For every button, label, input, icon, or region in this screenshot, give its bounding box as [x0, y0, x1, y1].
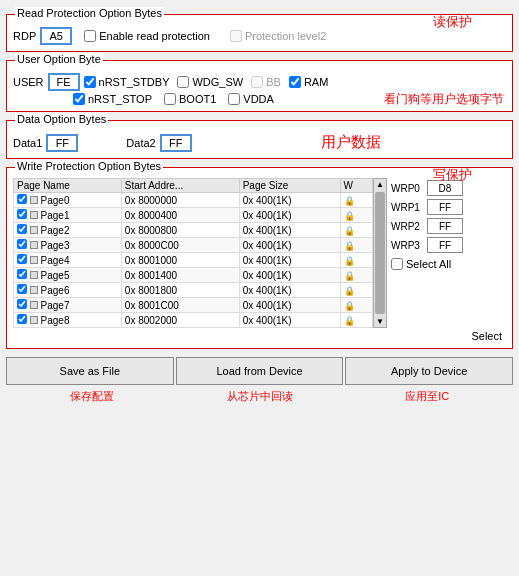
vdda-checkbox[interactable]	[228, 93, 240, 105]
bottom-annotations-container: 保存配置 从芯片中回读 应用至IC	[6, 389, 513, 404]
table-row: Page2 0x 8000800 0x 400(1K) 🔒	[14, 223, 373, 238]
wp-scrollbar[interactable]: ▲ ▼	[373, 178, 387, 328]
page-checkbox-1[interactable]	[17, 209, 27, 219]
lock-cell: 🔒	[340, 238, 372, 253]
page-checkbox-0[interactable]	[17, 194, 27, 204]
enable-read-protection-text: Enable read protection	[99, 30, 210, 42]
page-size-cell: 0x 400(1K)	[239, 298, 340, 313]
vdda-row: VDDA	[228, 93, 274, 105]
write-protection-table: Page Name Start Addre... Page Size W Pag…	[13, 178, 373, 328]
data-option-group: Data Option Bytes Data1 Data2 用户数据	[6, 120, 513, 159]
protection-level2-checkbox[interactable]	[230, 30, 242, 42]
page-size-cell: 0x 400(1K)	[239, 253, 340, 268]
data2-input[interactable]	[160, 134, 192, 152]
page-checkbox-5[interactable]	[17, 269, 27, 279]
lock-cell: 🔒	[340, 283, 372, 298]
lock-cell: 🔒	[340, 208, 372, 223]
start-addr-cell: 0x 8001C00	[121, 298, 239, 313]
wrp3-input[interactable]	[427, 237, 463, 253]
boot1-text: BOOT1	[179, 93, 216, 105]
select-all-row: Select All	[391, 258, 506, 270]
nrst-stdby-text: nRST_STDBY	[99, 76, 170, 88]
page-checkbox-8[interactable]	[17, 314, 27, 324]
save-as-file-button[interactable]: Save as File	[6, 357, 174, 385]
select-all-text: Select All	[406, 258, 451, 270]
page-name-cell: Page7	[14, 298, 122, 313]
wrp1-row: WRP1	[391, 199, 506, 215]
write-protection-group: Write Protection Option Bytes 写保护 Page N…	[6, 167, 513, 349]
data-option-annotation: 用户数据	[196, 133, 506, 152]
rdp-value-input[interactable]	[40, 27, 72, 45]
lock-cell: 🔒	[340, 253, 372, 268]
start-addr-cell: 0x 8000000	[121, 193, 239, 208]
page-checkbox-3[interactable]	[17, 239, 27, 249]
page-checkbox-2[interactable]	[17, 224, 27, 234]
page-checkbox-6[interactable]	[17, 284, 27, 294]
nrst-stdby-row: nRST_STDBY	[84, 76, 170, 88]
scrollbar-down-btn[interactable]: ▼	[375, 316, 385, 327]
page-size-cell: 0x 400(1K)	[239, 193, 340, 208]
select-label-row: Select	[13, 330, 506, 342]
read-protection-group: Read Protection Option Bytes 读保护 RDP Ena…	[6, 14, 513, 52]
enable-read-protection-checkbox[interactable]	[84, 30, 96, 42]
table-row: Page8 0x 8002000 0x 400(1K) 🔒	[14, 313, 373, 328]
page-name-cell: Page8	[14, 313, 122, 328]
page-name-cell: Page6	[14, 283, 122, 298]
boot1-checkbox[interactable]	[164, 93, 176, 105]
wdg-sw-checkbox[interactable]	[177, 76, 189, 88]
page-name-cell: Page2	[14, 223, 122, 238]
rdp-label: RDP	[13, 30, 36, 42]
boot1-row: BOOT1	[164, 93, 216, 105]
page-size-cell: 0x 400(1K)	[239, 283, 340, 298]
data-option-label: Data Option Bytes	[15, 113, 108, 125]
data1-input[interactable]	[46, 134, 78, 152]
apply-to-device-button[interactable]: Apply to Device	[345, 357, 513, 385]
select-all-checkbox[interactable]	[391, 258, 403, 270]
start-addr-cell: 0x 8001400	[121, 268, 239, 283]
bottom-buttons-container: Save as File Load from Device Apply to D…	[6, 357, 513, 385]
load-annotation: 从芯片中回读	[176, 389, 344, 404]
ram-checkbox[interactable]	[289, 76, 301, 88]
page-name-cell: Page4	[14, 253, 122, 268]
save-annotation: 保存配置	[8, 389, 176, 404]
write-protection-right-panel: WRP0 WRP1 WRP2 WRP3 Select All	[391, 178, 506, 328]
wrp2-label: WRP2	[391, 221, 423, 232]
lock-cell: 🔒	[340, 268, 372, 283]
bb-checkbox[interactable]	[251, 76, 263, 88]
start-addr-cell: 0x 8000800	[121, 223, 239, 238]
load-from-device-button[interactable]: Load from Device	[176, 357, 344, 385]
protection-level2-text: Protection level2	[245, 30, 326, 42]
enable-read-protection-row: Enable read protection	[84, 30, 210, 42]
col-page-name: Page Name	[14, 179, 122, 193]
write-protection-table-container: Page Name Start Addre... Page Size W Pag…	[13, 178, 373, 328]
wrp0-label: WRP0	[391, 183, 423, 194]
read-protection-label: Read Protection Option Bytes	[15, 7, 164, 19]
nrst-stop-checkbox[interactable]	[73, 93, 85, 105]
bb-text: BB	[266, 76, 281, 88]
page-name-cell: Page0	[14, 193, 122, 208]
bb-row: BB	[251, 76, 281, 88]
lock-cell: 🔒	[340, 313, 372, 328]
user-label: USER	[13, 76, 44, 88]
lock-cell: 🔒	[340, 223, 372, 238]
page-checkbox-7[interactable]	[17, 299, 27, 309]
scrollbar-up-btn[interactable]: ▲	[375, 179, 385, 190]
start-addr-cell: 0x 8002000	[121, 313, 239, 328]
data1-label: Data1	[13, 137, 42, 149]
wrp1-input[interactable]	[427, 199, 463, 215]
user-value-input[interactable]	[48, 73, 80, 91]
wdg-sw-text: WDG_SW	[192, 76, 243, 88]
page-name-cell: Page5	[14, 268, 122, 283]
table-row: Page1 0x 8000400 0x 400(1K) 🔒	[14, 208, 373, 223]
nrst-stdby-checkbox[interactable]	[84, 76, 96, 88]
scrollbar-thumb[interactable]	[375, 192, 385, 314]
col-w: W	[340, 179, 372, 193]
read-protection-annotation: 读保护	[433, 13, 472, 31]
data2-label: Data2	[126, 137, 155, 149]
table-row: Page0 0x 8000000 0x 400(1K) 🔒	[14, 193, 373, 208]
vdda-text: VDDA	[243, 93, 274, 105]
protection-level2-row: Protection level2	[230, 30, 326, 42]
wrp2-input[interactable]	[427, 218, 463, 234]
nrst-stop-text: nRST_STOP	[88, 93, 152, 105]
page-checkbox-4[interactable]	[17, 254, 27, 264]
